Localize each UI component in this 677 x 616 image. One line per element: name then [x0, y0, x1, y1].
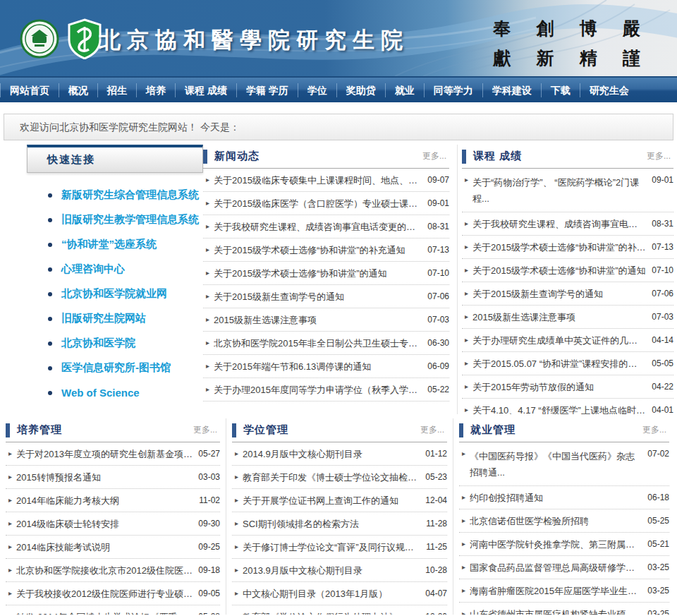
news-item[interactable]: ▸ 北京协和医学院2015年非全日制公共卫生硕士专业... 06-30 — [203, 332, 449, 355]
jiuye-item-link[interactable]: 河南中医学院针灸推拿学院、第三附属医院简... — [470, 538, 642, 550]
quick-link[interactable]: 北京协和医学院就业网 — [61, 287, 167, 301]
peiyang-item-link[interactable]: 关于对2013年度立项的研究生创新基金项目... — [16, 448, 193, 460]
jiuye-item-link[interactable]: 北京信诺佰世医学检验所招聘 — [470, 515, 642, 527]
peiyang-more-link[interactable]: 更多... — [193, 424, 220, 436]
peiyang-item-link[interactable]: 2014级临床硕士轮转安排 — [16, 518, 193, 530]
news-item-link[interactable]: 关于办理2015年度同等学力申请学位（秋季入学）资... — [214, 384, 422, 396]
jiuye-item[interactable]: ▸ 《中国医药导报》《中国当代医药》杂志招聘通... 07-02 — [459, 442, 669, 486]
nav-item[interactable]: 同等学力 — [424, 83, 482, 97]
jiuye-item[interactable]: ▸ 山东省德州市市属医疗机构紧缺专业硕士研... 03-25 — [459, 603, 669, 615]
xuewei-item-link[interactable]: 关于开展学位证书网上查询工作的通知 — [243, 495, 420, 507]
peiyang-item[interactable]: ▸ 转发-2014年全国博士生学术论坛《严重烧创... 05-28 — [6, 605, 220, 615]
quick-link[interactable]: 新版研究生综合管理信息系统 — [61, 188, 199, 202]
peiyang-item-link[interactable]: 关于我校接收2012级住院医师进行专业硕士... — [16, 588, 193, 600]
nav-item[interactable]: 奖助贷 — [336, 83, 385, 97]
courses-item[interactable]: ▸ 关于办理研究生成绩单中英文证件的几项规... 04-14 — [462, 329, 673, 352]
courses-item[interactable]: ▸ 关于“药物治疗学”、 “医院药学概论”2门课程... 09-01 — [462, 169, 673, 212]
xuewei-item-link[interactable]: 2013.9月版中文核心期刊目录 — [243, 564, 420, 576]
xuewei-item[interactable]: ▸ 关于开展学位证书网上查询工作的通知 12-04 — [232, 489, 447, 512]
peiyang-item-link[interactable]: 2014临床技能考试说明 — [16, 541, 193, 553]
quick-link-item[interactable]: 北京协和医学院 — [48, 331, 203, 356]
quick-link-item[interactable]: 新版研究生综合管理信息系统 — [48, 183, 203, 207]
xuewei-item-link[interactable]: SCI期刊领域排名的检索方法 — [243, 518, 420, 530]
nav-item[interactable]: 课程 成绩 — [175, 83, 236, 97]
quick-link[interactable]: 北京协和医学院 — [61, 337, 135, 350]
quick-link-item[interactable]: 旧版研究生院网站 — [48, 306, 203, 331]
news-item-link[interactable]: 关于我校研究生课程、成绩咨询事宜电话变更的通知 — [214, 221, 422, 233]
courses-item[interactable]: ▸ 关于我校研究生课程、成绩咨询事宜电话变更... 08-31 — [462, 212, 673, 236]
peiyang-item[interactable]: ▸ 2014临床技能考试说明 09-25 — [6, 536, 220, 559]
quick-link[interactable]: Web of Science — [61, 387, 140, 399]
nav-item[interactable]: 学科建设 — [482, 83, 541, 97]
news-item-link[interactable]: 关于2015级临床医学（含口腔医学）专业硕士课程学... — [214, 198, 422, 210]
xuewei-item[interactable]: ▸ 2013.9月版中文核心期刊目录 10-28 — [232, 559, 447, 582]
peiyang-item[interactable]: ▸ 2014年临床能力考核大纲 11-02 — [6, 489, 220, 512]
jiuye-item-link[interactable]: 山东省德州市市属医疗机构紧缺专业硕士研... — [470, 608, 642, 615]
quick-link-item[interactable]: “协和讲堂”选座系统 — [48, 232, 203, 257]
nav-item[interactable]: 概况 — [59, 83, 97, 97]
courses-item-link[interactable]: 关于4.10、4.17 “舒缓医学”上课地点临时变动... — [472, 404, 646, 414]
peiyang-item-link[interactable]: 转发-2014年全国博士生学术论坛《严重烧创... — [16, 611, 193, 615]
courses-item-link[interactable]: 关于我校研究生课程、成绩咨询事宜电话变更... — [472, 218, 646, 230]
news-item-link[interactable]: 关于2015级学术硕士选修“协和讲堂”的补充通知 — [214, 244, 422, 256]
courses-item-link[interactable]: 关于2015年劳动节放假的通知 — [472, 381, 646, 393]
news-item-link[interactable]: 关于2015年端午节和6.13调停课的通知 — [214, 361, 422, 373]
quick-link-item[interactable]: 医学信息研究所-图书馆 — [48, 356, 203, 380]
news-item-link[interactable]: 2015级新生选课注意事项 — [214, 314, 422, 326]
news-item-link[interactable]: 关于2015级新生查询学号的通知 — [214, 291, 422, 303]
xuewei-item[interactable]: ▸ 关于修订博士学位论文“盲评”及同行议规定... 11-25 — [232, 536, 447, 559]
courses-item-link[interactable]: 2015级新生选课注意事项 — [472, 311, 646, 323]
news-item-link[interactable]: 关于2015级学术硕士选修“协和讲堂”的通知 — [214, 267, 422, 279]
courses-item[interactable]: ▸ 关于2015年劳动节放假的通知 04-22 — [462, 375, 673, 399]
peiyang-item-link[interactable]: 北京协和医学院接收北京市2012级住院医师... — [16, 564, 193, 576]
news-item[interactable]: ▸ 关于2015年端午节和6.13调停课的通知 06-09 — [203, 355, 449, 378]
nav-item[interactable]: 学籍 学历 — [236, 83, 298, 97]
xuewei-item[interactable]: ▸ 中文核心期刊目录（2013年1月版） 04-07 — [232, 582, 447, 605]
quick-link-item[interactable]: Web of Science — [48, 380, 203, 405]
news-item[interactable]: ▸ 关于2015级临床医学（含口腔医学）专业硕士课程学... 09-01 — [203, 192, 449, 215]
nav-item[interactable]: 学位 — [298, 83, 336, 97]
peiyang-item[interactable]: ▸ 北京协和医学院接收北京市2012级住院医师... 09-18 — [6, 559, 220, 582]
nav-item[interactable]: 网站首页 — [0, 83, 59, 97]
jiuye-item-link[interactable]: 约印创投招聘通知 — [470, 492, 642, 504]
xuewei-item-link[interactable]: 关于修订博士学位论文“盲评”及同行议规定... — [243, 541, 420, 553]
courses-item-link[interactable]: 关于2015级学术硕士选修“协和讲堂”的通知 — [472, 265, 646, 277]
courses-item-link[interactable]: 关于2015级新生查询学号的通知 — [472, 288, 646, 300]
jiuye-item[interactable]: ▸ 北京信诺佰世医学检验所招聘 05-25 — [459, 509, 669, 533]
news-item[interactable]: ▸ 关于2015级学术硕士选修“协和讲堂”的通知 07-10 — [203, 262, 449, 285]
xuewei-item-link[interactable]: 2014.9月版中文核心期刊目录 — [243, 448, 420, 460]
peiyang-item[interactable]: ▸ 2014级临床硕士轮转安排 09-30 — [6, 512, 220, 536]
quick-link[interactable]: 心理咨询中心 — [61, 262, 125, 276]
xuewei-more-link[interactable]: 更多... — [420, 424, 447, 436]
courses-item-link[interactable]: 关于办理研究生成绩单中英文证件的几项规... — [472, 334, 646, 346]
courses-item-link[interactable]: 关于2015.05.07 “协和讲堂”课程安排的通知... — [472, 358, 646, 370]
peiyang-item[interactable]: ▸ 关于对2013年度立项的研究生创新基金项目... 05-27 — [6, 442, 220, 466]
courses-item-link[interactable]: 关于2015级学术硕士选修“协和讲堂”的补充... — [472, 241, 646, 253]
news-item[interactable]: ▸ 关于我校研究生课程、成绩咨询事宜电话变更的通知 08-31 — [203, 215, 449, 238]
nav-item[interactable]: 研究生会 — [580, 83, 638, 97]
courses-more-link[interactable]: 更多... — [647, 150, 673, 162]
peiyang-item[interactable]: ▸ 关于我校接收2012级住院医师进行专业硕士... 09-05 — [6, 582, 220, 605]
peiyang-item[interactable]: ▸ 2015转博预报名通知 03-03 — [6, 466, 220, 489]
courses-item[interactable]: ▸ 关于4.10、4.17 “舒缓医学”上课地点临时变动... 04-01 — [462, 399, 673, 414]
news-item-link[interactable]: 北京协和医学院2015年非全日制公共卫生硕士专业... — [214, 337, 422, 349]
jiuye-more-link[interactable]: 更多... — [642, 424, 669, 436]
news-item[interactable]: ▸ 关于办理2015年度同等学力申请学位（秋季入学）资... 05-22 — [203, 378, 449, 401]
news-more-link[interactable]: 更多... — [422, 150, 449, 162]
quick-link-item[interactable]: 心理咨询中心 — [48, 257, 203, 282]
peiyang-item-link[interactable]: 2015转博预报名通知 — [16, 471, 193, 483]
quick-link[interactable]: 旧版研究生教学管理信息系统 — [61, 213, 199, 227]
xuewei-item[interactable]: ▸ 教育部关于印发《博士硕士学位论文抽检办法... 05-23 — [232, 466, 447, 489]
courses-item[interactable]: ▸ 关于2015级学术硕士选修“协和讲堂”的补充... 07-13 — [462, 236, 673, 259]
nav-item[interactable]: 就业 — [385, 83, 424, 97]
xuewei-item[interactable]: ▸ 教育部《学位论文作假行为处理办法》 12-20 — [232, 605, 447, 615]
courses-item[interactable]: ▸ 关于2015级新生查询学号的通知 07-06 — [462, 282, 673, 306]
news-item[interactable]: ▸ 关于2015级临床专硕集中上课课程时间、地点、内容... 09-07 — [203, 169, 449, 192]
jiuye-item[interactable]: ▸ 约印创投招聘通知 06-18 — [459, 486, 669, 509]
xuewei-item-link[interactable]: 教育部《学位论文作假行为处理办法》 — [243, 611, 420, 615]
news-item-link[interactable]: 关于2015级临床专硕集中上课课程时间、地点、内容... — [214, 174, 422, 186]
quick-link[interactable]: “协和讲堂”选座系统 — [61, 238, 157, 251]
courses-item[interactable]: ▸ 2015级新生选课注意事项 07-03 — [462, 306, 673, 329]
news-item[interactable]: ▸ 关于2015级新生查询学号的通知 07-06 — [203, 285, 449, 308]
jiuye-item[interactable]: ▸ 河南中医学院针灸推拿学院、第三附属医院简... 05-21 — [459, 533, 669, 556]
